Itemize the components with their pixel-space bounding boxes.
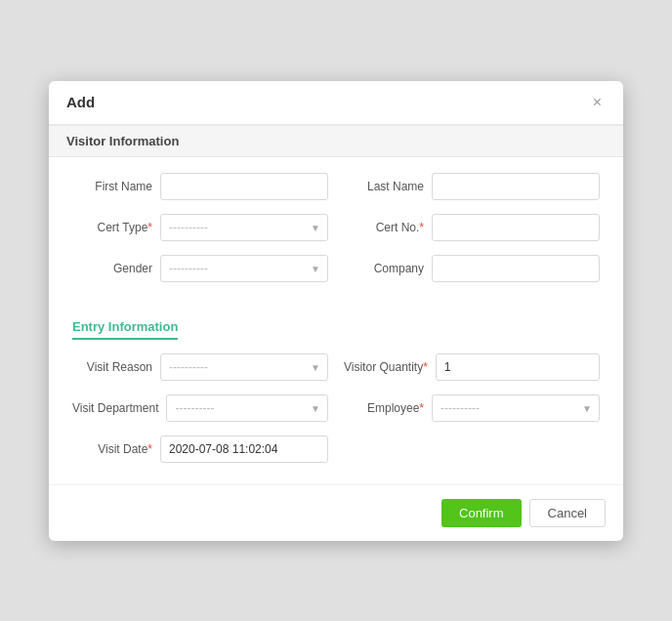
cert-type-select-wrapper: ---------- ▼ [160, 214, 328, 241]
cert-no-group: Cert No.* [344, 214, 600, 241]
visit-date-input[interactable]: 2020-07-08 11:02:04 [160, 435, 328, 463]
visit-reason-select[interactable]: ---------- [160, 353, 328, 381]
gender-group: Gender ---------- ▼ [72, 255, 328, 282]
visit-department-select[interactable]: ---------- [166, 394, 328, 422]
entry-section: Entry Information Visit Reason ---------… [49, 311, 623, 484]
last-name-input[interactable] [432, 173, 600, 200]
visit-reason-label: Visit Reason [72, 360, 160, 374]
dialog-header: Add × [49, 81, 623, 125]
employee-group: Employee* ---------- ▼ [344, 394, 600, 422]
visit-date-row: Visit Date* 2020-07-08 11:02:04 [72, 435, 600, 463]
visitor-quantity-input[interactable]: 1 [436, 353, 600, 381]
dialog-footer: Confirm Cancel [49, 484, 623, 541]
last-name-label: Last Name [344, 180, 432, 193]
employee-select[interactable]: ---------- [432, 394, 600, 422]
visitor-quantity-group: Visitor Quantity* 1 [344, 353, 600, 381]
close-button[interactable]: × [589, 93, 606, 112]
cert-type-group: Cert Type* ---------- ▼ [72, 214, 328, 241]
gender-company-row: Gender ---------- ▼ Company [72, 255, 600, 282]
visit-department-select-wrapper: ---------- ▼ [166, 394, 328, 422]
department-employee-row: Visit Department ---------- ▼ Employee* … [72, 394, 600, 422]
visit-department-group: Visit Department ---------- ▼ [72, 394, 328, 422]
cert-no-input[interactable] [432, 214, 600, 241]
entry-section-label: Entry Information [72, 319, 178, 340]
add-dialog: Add × Visitor Information First Name Las… [49, 81, 623, 541]
visit-date-label: Visit Date* [72, 442, 160, 456]
company-input[interactable] [432, 255, 600, 282]
gender-label: Gender [72, 262, 160, 275]
company-label: Company [344, 262, 432, 275]
first-name-input[interactable] [160, 173, 328, 200]
name-row: First Name Last Name [72, 173, 600, 200]
first-name-label: First Name [72, 180, 160, 193]
visit-reason-group: Visit Reason ---------- ▼ [72, 353, 328, 381]
visit-department-label: Visit Department [72, 401, 166, 415]
cert-type-label: Cert Type* [72, 221, 160, 234]
visitor-form-body: First Name Last Name Cert Type* --------… [49, 157, 623, 311]
visitor-quantity-label: Visitor Quantity* [344, 360, 436, 374]
visitor-section-header: Visitor Information [49, 125, 623, 157]
confirm-button[interactable]: Confirm [441, 499, 522, 527]
last-name-group: Last Name [344, 173, 600, 200]
gender-select[interactable]: ---------- [160, 255, 328, 282]
visit-reason-select-wrapper: ---------- ▼ [160, 353, 328, 381]
gender-select-wrapper: ---------- ▼ [160, 255, 328, 282]
visit-reason-row: Visit Reason ---------- ▼ Visitor Quanti… [72, 353, 600, 381]
cancel-button[interactable]: Cancel [529, 499, 606, 527]
company-group: Company [344, 255, 600, 282]
cert-row: Cert Type* ---------- ▼ Cert No.* [72, 214, 600, 241]
visit-date-group: Visit Date* 2020-07-08 11:02:04 [72, 435, 328, 463]
cert-no-label: Cert No.* [344, 221, 432, 234]
employee-label: Employee* [344, 401, 432, 415]
cert-type-select[interactable]: ---------- [160, 214, 328, 241]
dialog-title: Add [66, 94, 95, 110]
employee-select-wrapper: ---------- ▼ [432, 394, 600, 422]
first-name-group: First Name [72, 173, 328, 200]
